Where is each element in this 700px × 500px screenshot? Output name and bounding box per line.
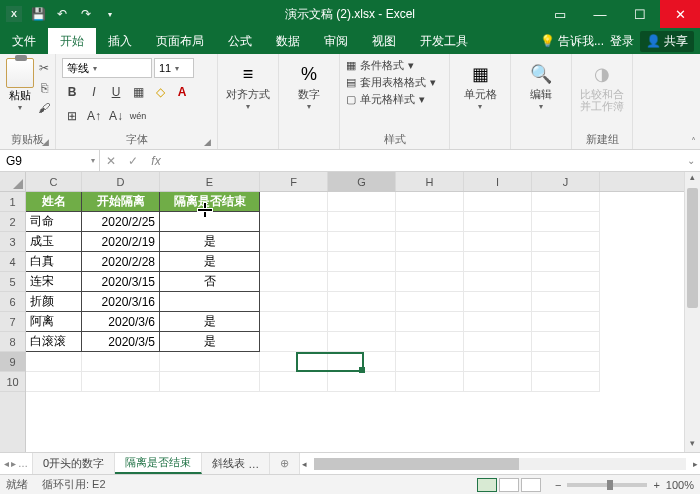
row-header[interactable]: 5 [0, 272, 25, 292]
redo-icon[interactable]: ↷ [78, 6, 94, 22]
font-color-button[interactable]: A [172, 82, 192, 102]
editing-button[interactable]: 🔍 编辑 ▾ [517, 58, 565, 115]
row-header[interactable]: 8 [0, 332, 25, 352]
row-header[interactable]: 1 [0, 192, 25, 212]
sheet-nav[interactable]: ◂▸… [0, 453, 33, 474]
tab-file[interactable]: 文件 [0, 28, 48, 54]
cell[interactable] [328, 252, 396, 272]
cell[interactable] [396, 332, 464, 352]
cell[interactable]: 成玉 [26, 232, 82, 252]
cell[interactable]: 否 [160, 272, 260, 292]
sign-in[interactable]: 登录 [610, 33, 634, 50]
cell[interactable] [328, 372, 396, 392]
cell[interactable] [160, 372, 260, 392]
cell[interactable] [464, 352, 532, 372]
copy-icon[interactable]: ⎘ [36, 80, 52, 96]
cell[interactable] [396, 192, 464, 212]
fx-icon[interactable]: fx [144, 150, 168, 171]
row-header[interactable]: 7 [0, 312, 25, 332]
cell[interactable] [464, 192, 532, 212]
collapse-ribbon-icon[interactable]: ˄ [691, 136, 696, 147]
row-header[interactable]: 9 [0, 352, 25, 372]
cell[interactable]: 司命 [26, 212, 82, 232]
cell[interactable] [260, 212, 328, 232]
minimize-button[interactable]: — [580, 0, 620, 28]
cell[interactable]: 2020/2/25 [82, 212, 160, 232]
cell[interactable] [396, 232, 464, 252]
row-header[interactable]: 10 [0, 372, 25, 392]
cell[interactable] [396, 212, 464, 232]
bold-button[interactable]: B [62, 82, 82, 102]
decrease-font-button[interactable]: A↓ [106, 106, 126, 126]
cell[interactable] [260, 232, 328, 252]
row-header[interactable]: 2 [0, 212, 25, 232]
cell[interactable] [328, 352, 396, 372]
cell[interactable]: 是 [160, 312, 260, 332]
tab-home[interactable]: 开始 [48, 28, 96, 54]
cell[interactable] [464, 292, 532, 312]
cell[interactable] [464, 232, 532, 252]
cell[interactable] [532, 192, 600, 212]
share-button[interactable]: 👤 共享 [640, 31, 694, 52]
dialog-launcher-icon[interactable]: ◢ [42, 137, 49, 147]
scroll-down-icon[interactable]: ▾ [685, 438, 700, 452]
cell[interactable] [328, 332, 396, 352]
cells-button[interactable]: ▦ 单元格 ▾ [456, 58, 504, 115]
cell[interactable] [328, 232, 396, 252]
conditional-format-button[interactable]: ▦条件格式 ▾ [346, 58, 443, 73]
tab-view[interactable]: 视图 [360, 28, 408, 54]
qat-dropdown-icon[interactable]: ▾ [102, 6, 118, 22]
cell[interactable] [260, 332, 328, 352]
cell[interactable] [532, 232, 600, 252]
tab-formula[interactable]: 公式 [216, 28, 264, 54]
cell-styles-button[interactable]: ▢单元格样式 ▾ [346, 92, 443, 107]
cell[interactable]: 2020/3/5 [82, 332, 160, 352]
add-sheet-button[interactable]: ⊕ [270, 453, 300, 474]
tab-data[interactable]: 数据 [264, 28, 312, 54]
zoom-slider[interactable] [567, 483, 647, 487]
border-more-button[interactable]: ⊞ [62, 106, 82, 126]
cell[interactable]: 姓名 [26, 192, 82, 212]
vertical-scrollbar[interactable]: ▴ ▾ [684, 172, 700, 452]
cell[interactable] [328, 292, 396, 312]
cell[interactable] [260, 372, 328, 392]
column-header[interactable]: F [260, 172, 328, 191]
cell[interactable] [260, 352, 328, 372]
cell[interactable] [260, 192, 328, 212]
close-button[interactable]: ✕ [660, 0, 700, 28]
expand-formula-icon[interactable]: ⌄ [682, 150, 700, 171]
cell[interactable] [328, 312, 396, 332]
cell[interactable] [464, 312, 532, 332]
underline-button[interactable]: U [106, 82, 126, 102]
save-icon[interactable]: 💾 [30, 6, 46, 22]
tell-me[interactable]: 💡 告诉我... [540, 33, 604, 50]
zoom-control[interactable]: − + 100% [555, 479, 694, 491]
cell[interactable]: 2020/3/15 [82, 272, 160, 292]
cell[interactable] [396, 372, 464, 392]
view-buttons[interactable] [477, 478, 541, 492]
column-header[interactable]: E [160, 172, 260, 191]
format-painter-icon[interactable]: 🖌 [36, 100, 52, 116]
tab-layout[interactable]: 页面布局 [144, 28, 216, 54]
ribbon-options-icon[interactable]: ▭ [540, 0, 580, 28]
page-layout-view-icon[interactable] [499, 478, 519, 492]
number-format-button[interactable]: % 数字 ▾ [285, 58, 333, 115]
cell[interactable]: 折颜 [26, 292, 82, 312]
select-all-corner[interactable] [0, 172, 25, 192]
cell[interactable]: 开始隔离 [82, 192, 160, 212]
tab-insert[interactable]: 插入 [96, 28, 144, 54]
alignment-button[interactable]: ≡ 对齐方式 ▾ [224, 58, 272, 115]
cell[interactable] [396, 352, 464, 372]
horizontal-scrollbar[interactable]: ◂ ▸ [300, 453, 700, 474]
cell[interactable]: 阿离 [26, 312, 82, 332]
cell[interactable] [26, 372, 82, 392]
cell[interactable] [532, 272, 600, 292]
fill-color-button[interactable]: ◇ [150, 82, 170, 102]
spreadsheet-grid[interactable]: 12345678910 CDEFGHIJ 姓名开始隔离隔离是否结束司命2020/… [0, 172, 700, 452]
cell[interactable]: 2020/2/19 [82, 232, 160, 252]
sheet-tab-active[interactable]: 隔离是否结束 [115, 453, 202, 474]
cell[interactable] [260, 292, 328, 312]
formula-input[interactable] [168, 150, 682, 171]
cell[interactable] [396, 272, 464, 292]
cell[interactable] [532, 252, 600, 272]
